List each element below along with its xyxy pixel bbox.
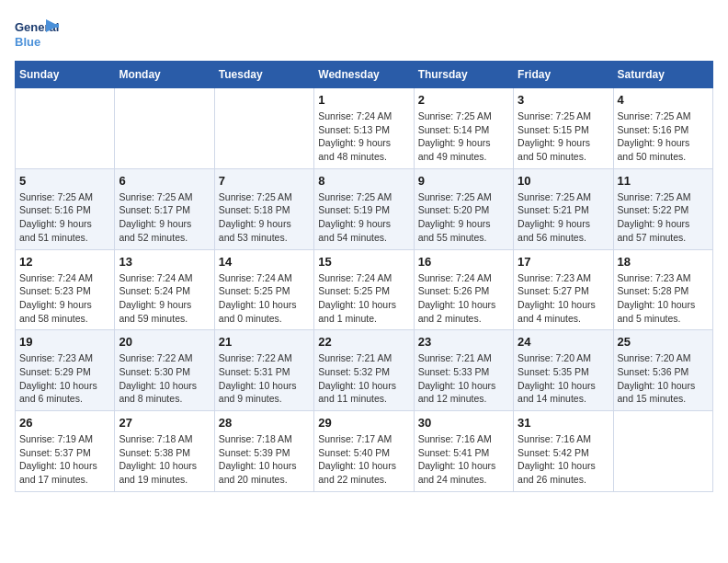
day-number: 23 xyxy=(418,335,509,349)
day-info: Sunrise: 7:19 AM Sunset: 5:37 PM Dayligh… xyxy=(19,432,110,487)
weekday-header-friday: Friday xyxy=(514,62,613,88)
day-info: Sunrise: 7:25 AM Sunset: 5:20 PM Dayligh… xyxy=(418,190,509,245)
day-info: Sunrise: 7:25 AM Sunset: 5:16 PM Dayligh… xyxy=(19,190,110,245)
calendar-cell: 24Sunrise: 7:20 AM Sunset: 5:35 PM Dayli… xyxy=(514,330,613,411)
logo-icon: General Blue xyxy=(15,15,59,52)
calendar-cell: 4Sunrise: 7:25 AM Sunset: 5:16 PM Daylig… xyxy=(613,88,712,169)
day-number: 24 xyxy=(518,335,609,349)
calendar-cell: 9Sunrise: 7:25 AM Sunset: 5:20 PM Daylig… xyxy=(414,168,513,249)
day-info: Sunrise: 7:23 AM Sunset: 5:28 PM Dayligh… xyxy=(618,271,709,326)
calendar-cell: 17Sunrise: 7:23 AM Sunset: 5:27 PM Dayli… xyxy=(514,249,613,330)
svg-rect-3 xyxy=(48,24,59,28)
day-number: 9 xyxy=(418,174,509,188)
day-number: 31 xyxy=(518,416,609,430)
weekday-header-saturday: Saturday xyxy=(613,62,712,88)
calendar-cell: 2Sunrise: 7:25 AM Sunset: 5:14 PM Daylig… xyxy=(414,88,513,169)
calendar-cell xyxy=(16,88,115,169)
calendar-week-row: 26Sunrise: 7:19 AM Sunset: 5:37 PM Dayli… xyxy=(16,411,713,492)
day-info: Sunrise: 7:24 AM Sunset: 5:25 PM Dayligh… xyxy=(219,271,310,326)
day-number: 11 xyxy=(618,174,709,188)
day-number: 4 xyxy=(618,93,709,107)
day-number: 5 xyxy=(19,174,110,188)
day-number: 26 xyxy=(19,416,110,430)
calendar-cell: 11Sunrise: 7:25 AM Sunset: 5:22 PM Dayli… xyxy=(613,168,712,249)
calendar-cell: 27Sunrise: 7:18 AM Sunset: 5:38 PM Dayli… xyxy=(115,411,214,492)
day-info: Sunrise: 7:21 AM Sunset: 5:33 PM Dayligh… xyxy=(418,351,509,406)
logo: General Blue xyxy=(15,15,59,52)
calendar-cell xyxy=(115,88,214,169)
day-number: 1 xyxy=(318,93,409,107)
day-number: 28 xyxy=(219,416,310,430)
day-info: Sunrise: 7:25 AM Sunset: 5:14 PM Dayligh… xyxy=(418,109,509,164)
day-info: Sunrise: 7:17 AM Sunset: 5:40 PM Dayligh… xyxy=(318,432,409,487)
day-info: Sunrise: 7:22 AM Sunset: 5:30 PM Dayligh… xyxy=(119,351,210,406)
calendar-cell: 21Sunrise: 7:22 AM Sunset: 5:31 PM Dayli… xyxy=(214,330,313,411)
calendar-cell: 18Sunrise: 7:23 AM Sunset: 5:28 PM Dayli… xyxy=(613,249,712,330)
day-info: Sunrise: 7:24 AM Sunset: 5:24 PM Dayligh… xyxy=(119,271,210,326)
day-info: Sunrise: 7:25 AM Sunset: 5:22 PM Dayligh… xyxy=(618,190,709,245)
day-number: 25 xyxy=(618,335,709,349)
day-number: 12 xyxy=(19,255,110,269)
calendar-header: SundayMondayTuesdayWednesdayThursdayFrid… xyxy=(16,62,713,88)
weekday-header-row: SundayMondayTuesdayWednesdayThursdayFrid… xyxy=(16,62,713,88)
day-info: Sunrise: 7:22 AM Sunset: 5:31 PM Dayligh… xyxy=(219,351,310,406)
day-number: 22 xyxy=(318,335,409,349)
calendar-cell: 7Sunrise: 7:25 AM Sunset: 5:18 PM Daylig… xyxy=(214,168,313,249)
day-number: 2 xyxy=(418,93,509,107)
day-number: 15 xyxy=(318,255,409,269)
weekday-header-wednesday: Wednesday xyxy=(314,62,414,88)
day-info: Sunrise: 7:20 AM Sunset: 5:36 PM Dayligh… xyxy=(618,351,709,406)
day-info: Sunrise: 7:25 AM Sunset: 5:19 PM Dayligh… xyxy=(318,190,409,245)
day-number: 29 xyxy=(318,416,409,430)
day-number: 17 xyxy=(518,255,609,269)
calendar-cell: 19Sunrise: 7:23 AM Sunset: 5:29 PM Dayli… xyxy=(16,330,115,411)
calendar-week-row: 12Sunrise: 7:24 AM Sunset: 5:23 PM Dayli… xyxy=(16,249,713,330)
day-number: 18 xyxy=(618,255,709,269)
weekday-header-sunday: Sunday xyxy=(16,62,115,88)
calendar-cell: 12Sunrise: 7:24 AM Sunset: 5:23 PM Dayli… xyxy=(16,249,115,330)
calendar-cell: 13Sunrise: 7:24 AM Sunset: 5:24 PM Dayli… xyxy=(115,249,214,330)
calendar-cell: 26Sunrise: 7:19 AM Sunset: 5:37 PM Dayli… xyxy=(16,411,115,492)
calendar-body: 1Sunrise: 7:24 AM Sunset: 5:13 PM Daylig… xyxy=(16,88,713,492)
day-info: Sunrise: 7:25 AM Sunset: 5:21 PM Dayligh… xyxy=(518,190,609,245)
calendar-week-row: 1Sunrise: 7:24 AM Sunset: 5:13 PM Daylig… xyxy=(16,88,713,169)
day-info: Sunrise: 7:25 AM Sunset: 5:16 PM Dayligh… xyxy=(618,109,709,164)
day-number: 6 xyxy=(119,174,210,188)
day-info: Sunrise: 7:18 AM Sunset: 5:38 PM Dayligh… xyxy=(119,432,210,487)
calendar-week-row: 5Sunrise: 7:25 AM Sunset: 5:16 PM Daylig… xyxy=(16,168,713,249)
calendar-cell: 29Sunrise: 7:17 AM Sunset: 5:40 PM Dayli… xyxy=(314,411,414,492)
day-info: Sunrise: 7:23 AM Sunset: 5:29 PM Dayligh… xyxy=(19,351,110,406)
day-number: 8 xyxy=(318,174,409,188)
svg-text:Blue: Blue xyxy=(15,35,40,49)
calendar-cell: 14Sunrise: 7:24 AM Sunset: 5:25 PM Dayli… xyxy=(214,249,313,330)
day-info: Sunrise: 7:25 AM Sunset: 5:17 PM Dayligh… xyxy=(119,190,210,245)
calendar-cell: 15Sunrise: 7:24 AM Sunset: 5:25 PM Dayli… xyxy=(314,249,414,330)
day-info: Sunrise: 7:16 AM Sunset: 5:41 PM Dayligh… xyxy=(418,432,509,487)
calendar-cell: 1Sunrise: 7:24 AM Sunset: 5:13 PM Daylig… xyxy=(314,88,414,169)
day-number: 21 xyxy=(219,335,310,349)
weekday-header-tuesday: Tuesday xyxy=(214,62,313,88)
day-number: 10 xyxy=(518,174,609,188)
day-info: Sunrise: 7:21 AM Sunset: 5:32 PM Dayligh… xyxy=(318,351,409,406)
day-number: 16 xyxy=(418,255,509,269)
calendar-cell: 5Sunrise: 7:25 AM Sunset: 5:16 PM Daylig… xyxy=(16,168,115,249)
day-number: 7 xyxy=(219,174,310,188)
day-info: Sunrise: 7:25 AM Sunset: 5:15 PM Dayligh… xyxy=(518,109,609,164)
calendar-cell: 3Sunrise: 7:25 AM Sunset: 5:15 PM Daylig… xyxy=(514,88,613,169)
calendar-cell: 16Sunrise: 7:24 AM Sunset: 5:26 PM Dayli… xyxy=(414,249,513,330)
day-number: 19 xyxy=(19,335,110,349)
day-number: 13 xyxy=(119,255,210,269)
day-number: 30 xyxy=(418,416,509,430)
calendar-cell xyxy=(214,88,313,169)
calendar-cell: 8Sunrise: 7:25 AM Sunset: 5:19 PM Daylig… xyxy=(314,168,414,249)
day-info: Sunrise: 7:24 AM Sunset: 5:25 PM Dayligh… xyxy=(318,271,409,326)
calendar-cell: 23Sunrise: 7:21 AM Sunset: 5:33 PM Dayli… xyxy=(414,330,513,411)
weekday-header-thursday: Thursday xyxy=(414,62,513,88)
day-info: Sunrise: 7:24 AM Sunset: 5:23 PM Dayligh… xyxy=(19,271,110,326)
day-info: Sunrise: 7:16 AM Sunset: 5:42 PM Dayligh… xyxy=(518,432,609,487)
calendar-cell: 30Sunrise: 7:16 AM Sunset: 5:41 PM Dayli… xyxy=(414,411,513,492)
calendar-week-row: 19Sunrise: 7:23 AM Sunset: 5:29 PM Dayli… xyxy=(16,330,713,411)
calendar-cell: 20Sunrise: 7:22 AM Sunset: 5:30 PM Dayli… xyxy=(115,330,214,411)
day-info: Sunrise: 7:18 AM Sunset: 5:39 PM Dayligh… xyxy=(219,432,310,487)
day-number: 14 xyxy=(219,255,310,269)
